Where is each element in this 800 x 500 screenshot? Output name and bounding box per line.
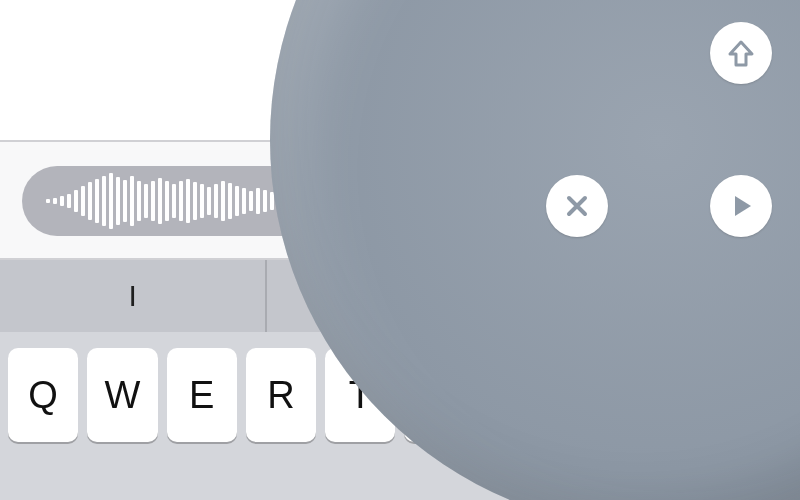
waveform-bar <box>235 186 239 216</box>
waveform-bar <box>179 181 183 221</box>
waveform-bar <box>123 180 127 222</box>
waveform-bar <box>95 179 99 223</box>
waveform-bar <box>200 184 204 218</box>
send-button[interactable] <box>710 22 772 84</box>
cancel-button[interactable] <box>546 175 608 237</box>
waveform-bar <box>109 173 113 229</box>
waveform-bar <box>88 182 92 220</box>
waveform-bar <box>46 199 50 203</box>
waveform-bar <box>186 179 190 223</box>
waveform-bar <box>249 191 253 211</box>
arrow-up-icon <box>726 38 756 68</box>
waveform-bar <box>193 182 197 220</box>
key-w[interactable]: W <box>87 348 157 442</box>
waveform-bar <box>172 184 176 218</box>
waveform-bar <box>221 181 225 221</box>
waveform-bar <box>130 176 134 226</box>
close-icon <box>564 193 590 219</box>
key-q[interactable]: Q <box>8 348 78 442</box>
waveform-bar <box>242 188 246 214</box>
waveform-bar <box>53 198 57 204</box>
waveform-bar <box>165 181 169 221</box>
play-button[interactable] <box>710 175 772 237</box>
waveform-bar <box>256 188 260 214</box>
waveform-bar <box>158 178 162 224</box>
waveform-bar <box>207 187 211 215</box>
waveform-bar <box>151 181 155 221</box>
waveform-bar <box>60 196 64 206</box>
waveform-bar <box>214 184 218 218</box>
waveform-bar <box>81 186 85 216</box>
quicktype-suggestion[interactable]: I <box>0 260 267 332</box>
key-e[interactable]: E <box>167 348 237 442</box>
waveform-bar <box>137 181 141 221</box>
waveform-bar <box>116 177 120 225</box>
waveform-bar <box>74 190 78 212</box>
waveform-bar <box>102 176 106 226</box>
key-r[interactable]: R <box>246 348 316 442</box>
play-icon <box>727 192 755 220</box>
waveform-bar <box>228 183 232 219</box>
waveform-bar <box>144 184 148 218</box>
waveform-bar <box>263 190 267 212</box>
waveform-bar <box>67 194 71 208</box>
